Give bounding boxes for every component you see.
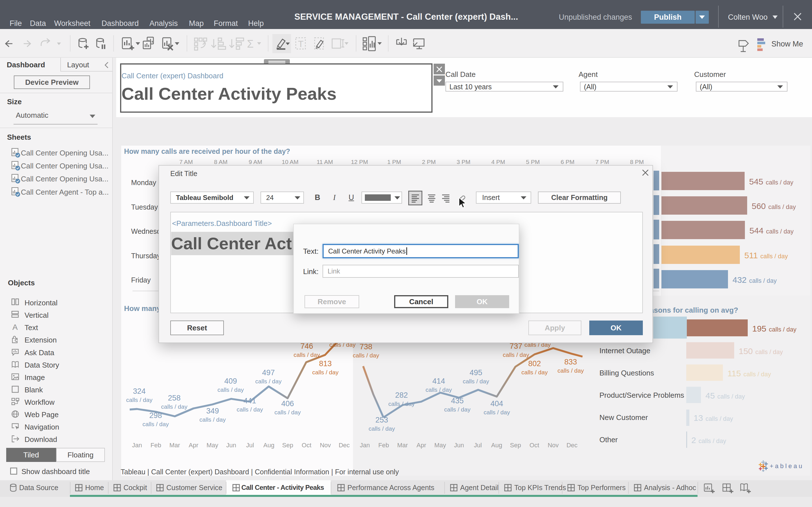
svg-text:Σ: Σ — [247, 38, 254, 50]
svg-text:A: A — [12, 323, 18, 331]
svg-text:T: T — [298, 39, 304, 49]
svg-text:Show Me: Show Me — [771, 40, 803, 48]
svg-text:+ableau: +ableau — [770, 462, 804, 469]
